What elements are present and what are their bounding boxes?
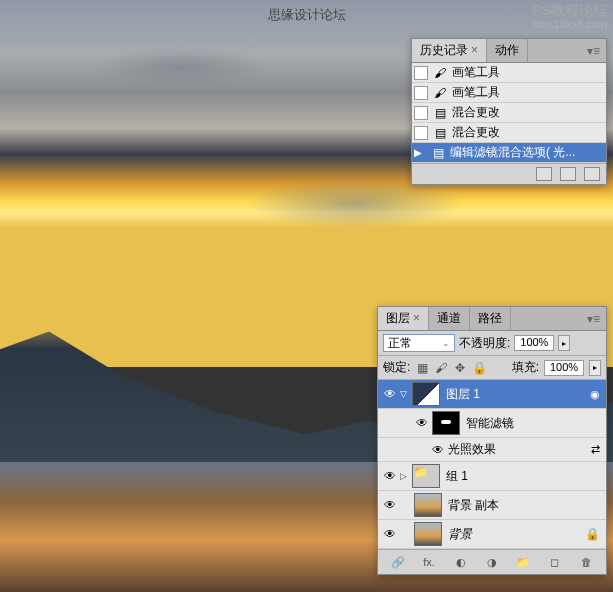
fill-label: 填充:	[512, 359, 539, 376]
document-icon: ▤	[432, 125, 448, 141]
visibility-icon[interactable]: 👁	[380, 387, 400, 401]
visibility-icon[interactable]: 👁	[380, 498, 400, 512]
new-document-icon[interactable]	[536, 167, 552, 181]
history-item[interactable]: 🖌 画笔工具	[412, 83, 606, 103]
layer-thumbnail[interactable]	[414, 493, 442, 517]
layer-mask-icon[interactable]: ◐	[452, 554, 470, 570]
lock-all-icon[interactable]: 🔒	[472, 361, 486, 375]
lock-pixels-icon[interactable]: 🖌	[434, 361, 448, 375]
opacity-label: 不透明度:	[459, 335, 510, 352]
history-item[interactable]: ▤ 混合更改	[412, 123, 606, 143]
document-icon: ▤	[432, 105, 448, 121]
history-snapshot-box[interactable]	[414, 106, 428, 120]
brush-icon: 🖌	[432, 65, 448, 81]
new-layer-icon[interactable]: ◻	[546, 554, 564, 570]
smart-filter-item[interactable]: 👁 光照效果 ⇄	[378, 438, 606, 462]
history-snapshot-box[interactable]	[414, 126, 428, 140]
visibility-icon[interactable]: 👁	[428, 443, 448, 457]
layer-thumbnail[interactable]	[414, 522, 442, 546]
lock-transparency-icon[interactable]: ▦	[415, 361, 429, 375]
tab-history[interactable]: 历史记录×	[412, 39, 487, 62]
history-panel: 历史记录× 动作 ▾≡ 🖌 画笔工具 🖌 画笔工具 ▤ 混合更改 ▤ 混合更改 …	[411, 38, 607, 185]
lock-icon: 🔒	[585, 527, 600, 541]
trash-icon[interactable]	[584, 167, 600, 181]
new-group-icon[interactable]: 📁	[514, 554, 532, 570]
layer-group-row[interactable]: 👁 ▷ 📁 组 1	[378, 462, 606, 491]
history-item[interactable]: 🖌 画笔工具	[412, 63, 606, 83]
history-snapshot-box[interactable]	[414, 66, 428, 80]
link-layers-icon[interactable]: 🔗	[389, 554, 407, 570]
visibility-icon[interactable]: 👁	[412, 416, 432, 430]
tab-layers[interactable]: 图层×	[378, 307, 429, 330]
layer-list: 👁 ▽ 图层 1 ◉ 👁 智能滤镜 👁 光照效果 ⇄ 👁 ▷ 📁 组 1 👁 背…	[378, 380, 606, 549]
tab-paths[interactable]: 路径	[470, 307, 511, 330]
adjustment-layer-icon[interactable]: ◑	[483, 554, 501, 570]
opacity-flyout-icon[interactable]: ▸	[558, 335, 570, 351]
history-list: 🖌 画笔工具 🖌 画笔工具 ▤ 混合更改 ▤ 混合更改 ▶ ▤ 编辑滤镜混合选项…	[412, 63, 606, 163]
layer-row[interactable]: 👁 背景 副本	[378, 491, 606, 520]
expand-icon[interactable]: ▽	[400, 389, 412, 399]
panel-menu-icon[interactable]: ▾≡	[581, 310, 606, 328]
layer-thumbnail[interactable]	[412, 382, 440, 406]
visibility-icon[interactable]: 👁	[380, 469, 400, 483]
filter-blend-icon[interactable]: ⇄	[591, 443, 600, 456]
lock-label: 锁定:	[383, 359, 410, 376]
lock-position-icon[interactable]: ✥	[453, 361, 467, 375]
tab-actions[interactable]: 动作	[487, 39, 528, 62]
history-item[interactable]: ▤ 混合更改	[412, 103, 606, 123]
tab-channels[interactable]: 通道	[429, 307, 470, 330]
close-icon[interactable]: ×	[413, 311, 420, 325]
blend-mode-select[interactable]: 正常⌄	[383, 334, 455, 352]
filter-mask-thumbnail[interactable]	[432, 411, 460, 435]
trash-icon[interactable]: 🗑	[577, 554, 595, 570]
current-marker-icon: ▶	[414, 147, 426, 158]
watermark-top: 思缘设计论坛	[268, 6, 346, 24]
panel-menu-icon[interactable]: ▾≡	[581, 42, 606, 60]
fill-flyout-icon[interactable]: ▸	[589, 360, 601, 376]
filter-toggle-icon[interactable]: ◉	[590, 388, 600, 401]
chevron-down-icon: ⌄	[442, 338, 450, 348]
brush-icon: 🖌	[432, 85, 448, 101]
folder-icon: 📁	[412, 464, 440, 488]
background-layer-row[interactable]: 👁 背景 🔒	[378, 520, 606, 549]
history-item-current[interactable]: ▶ ▤ 编辑滤镜混合选项( 光...	[412, 143, 606, 163]
layer-fx-icon[interactable]: fx.	[420, 554, 438, 570]
new-snapshot-icon[interactable]	[560, 167, 576, 181]
layer-row[interactable]: 👁 ▽ 图层 1 ◉	[378, 380, 606, 409]
close-icon[interactable]: ×	[471, 43, 478, 57]
expand-icon[interactable]: ▷	[400, 471, 412, 481]
visibility-icon[interactable]: 👁	[380, 527, 400, 541]
fill-input[interactable]: 100%	[544, 360, 584, 376]
watermark-url: bbs.16xx8.com	[533, 18, 607, 30]
document-icon: ▤	[430, 145, 446, 161]
layers-panel: 图层× 通道 路径 ▾≡ 正常⌄ 不透明度: 100% ▸ 锁定: ▦ 🖌 ✥ …	[377, 306, 607, 575]
opacity-input[interactable]: 100%	[514, 335, 554, 351]
history-snapshot-box[interactable]	[414, 86, 428, 100]
smart-filter-header[interactable]: 👁 智能滤镜	[378, 409, 606, 438]
